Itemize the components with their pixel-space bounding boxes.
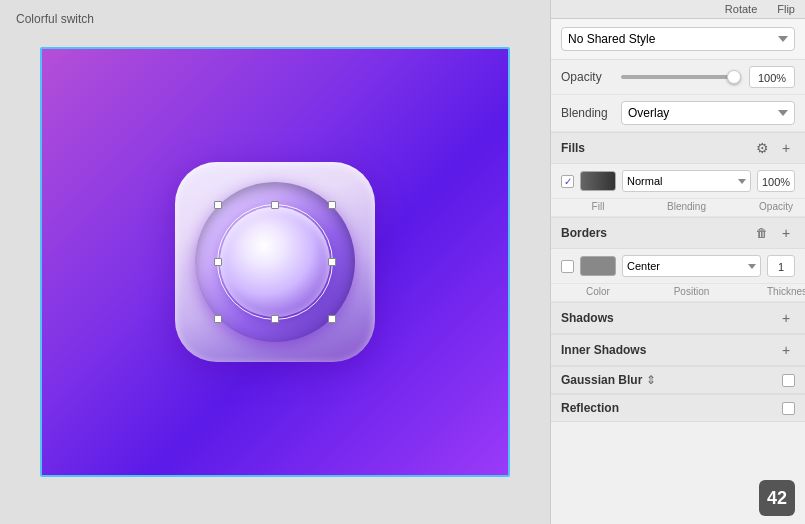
fill-opacity-label: Opacity — [757, 201, 795, 212]
rotate-label: Rotate — [725, 3, 757, 15]
page-number: 42 — [767, 488, 787, 509]
borders-add-icon[interactable]: + — [777, 224, 795, 242]
inner-shadows-actions: + — [777, 341, 795, 359]
shadows-title: Shadows — [561, 311, 614, 325]
artboard — [40, 47, 510, 477]
right-panel: Rotate Flip No Shared Style Opacity 100%… — [550, 0, 805, 524]
fills-actions: ⚙ + — [753, 139, 795, 157]
fill-blending-label: Blending — [622, 201, 751, 212]
reflection-title: Reflection — [561, 401, 619, 415]
selection-box — [217, 204, 333, 320]
outer-ring — [195, 182, 355, 342]
flip-label: Flip — [777, 3, 795, 15]
inner-circle — [220, 207, 330, 317]
handle-tc[interactable] — [271, 201, 279, 209]
handle-mr[interactable] — [328, 258, 336, 266]
shadows-actions: + — [777, 309, 795, 327]
borders-trash-icon[interactable]: 🗑 — [753, 224, 771, 242]
border-checkbox[interactable] — [561, 260, 574, 273]
gaussian-blur-checkbox[interactable] — [782, 374, 795, 387]
handle-bl[interactable] — [214, 315, 222, 323]
page-badge: 42 — [759, 480, 795, 516]
fills-section-header: Fills ⚙ + — [551, 132, 805, 164]
border-color-label: Color — [580, 286, 616, 297]
border-check-label — [561, 286, 574, 297]
inner-shadows-add-icon[interactable]: + — [777, 341, 795, 359]
borders-actions: 🗑 + — [753, 224, 795, 242]
gaussian-blur-title: Gaussian Blur — [561, 373, 642, 387]
opacity-slider[interactable] — [621, 75, 741, 79]
border-position-select[interactable]: Center Inside Outside — [622, 255, 761, 277]
border-position-label: Position — [622, 286, 761, 297]
shared-style-select[interactable]: No Shared Style — [561, 27, 795, 51]
fills-title: Fills — [561, 141, 585, 155]
opacity-row: Opacity 100% — [551, 60, 805, 95]
handle-ml[interactable] — [214, 258, 222, 266]
fills-gear-icon[interactable]: ⚙ — [753, 139, 771, 157]
fills-add-icon[interactable]: + — [777, 139, 795, 157]
fill-check-label — [561, 201, 574, 212]
gaussian-blur-row: Gaussian Blur ⇕ — [551, 366, 805, 394]
blending-select[interactable]: Overlay Normal Multiply Screen — [621, 101, 795, 125]
fill-color-swatch[interactable] — [580, 171, 616, 191]
fill-opacity-value[interactable]: 100% — [757, 170, 795, 192]
shared-style-row: No Shared Style — [551, 19, 805, 60]
opacity-thumb[interactable] — [727, 70, 741, 84]
border-row: Center Inside Outside 1 — [551, 249, 805, 284]
border-color-swatch[interactable] — [580, 256, 616, 276]
canvas-label: Colorful switch — [16, 12, 94, 26]
canvas-area: Colorful switch — [0, 0, 550, 524]
gaussian-blur-left: Gaussian Blur ⇕ — [561, 373, 656, 387]
opacity-label: Opacity — [561, 70, 621, 84]
fill-blending-select[interactable]: Normal Overlay — [622, 170, 751, 192]
gaussian-blur-arrow[interactable]: ⇕ — [646, 373, 656, 387]
borders-title: Borders — [561, 226, 607, 240]
fill-checkbox[interactable] — [561, 175, 574, 188]
handle-bc[interactable] — [271, 315, 279, 323]
inner-shadows-title: Inner Shadows — [561, 343, 646, 357]
inner-shadows-section-header: Inner Shadows + — [551, 334, 805, 366]
reflection-row: Reflection — [551, 394, 805, 422]
blending-row: Blending Overlay Normal Multiply Screen — [551, 95, 805, 132]
border-sub-labels: Color Position Thickness — [551, 284, 805, 302]
handle-br[interactable] — [328, 315, 336, 323]
reflection-checkbox[interactable] — [782, 402, 795, 415]
handle-tr[interactable] — [328, 201, 336, 209]
handle-tl[interactable] — [214, 201, 222, 209]
fill-row: Normal Overlay 100% — [551, 164, 805, 199]
opacity-value[interactable]: 100% — [749, 66, 795, 88]
borders-section-header: Borders 🗑 + — [551, 217, 805, 249]
app-icon — [175, 162, 375, 362]
shadows-add-icon[interactable]: + — [777, 309, 795, 327]
opacity-slider-wrap — [621, 75, 741, 79]
border-thickness-label: Thickness — [767, 286, 795, 297]
border-thickness-value[interactable]: 1 — [767, 255, 795, 277]
blending-label: Blending — [561, 106, 621, 120]
fill-label: Fill — [580, 201, 616, 212]
fill-sub-labels: Fill Blending Opacity — [551, 199, 805, 217]
shadows-section-header: Shadows + — [551, 302, 805, 334]
